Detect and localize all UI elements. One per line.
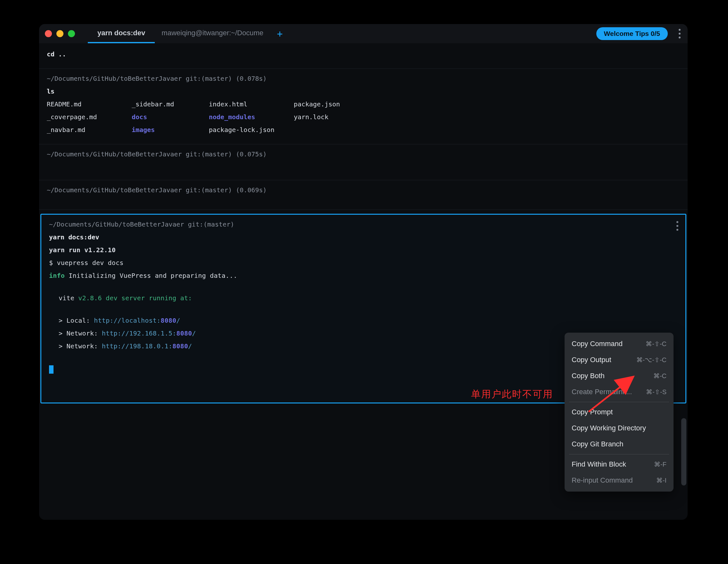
zoom-icon[interactable] xyxy=(68,30,75,37)
server-url[interactable]: > Local: http://localhost:8080/ xyxy=(49,314,678,327)
prompt: ~/Documents/GitHub/toBeBetterJavaer git:… xyxy=(47,72,680,85)
prompt: ~/Documents/GitHub/toBeBetterJavaer git:… xyxy=(47,148,680,161)
command-text: ls xyxy=(47,85,680,98)
menu-item-shortcut: ⌘-F xyxy=(654,460,666,468)
menu-item-label: Copy Output xyxy=(572,356,611,364)
tab-active[interactable]: yarn docs:dev xyxy=(88,24,155,43)
output-line: $ vuepress dev docs xyxy=(49,256,678,269)
minimize-icon[interactable] xyxy=(56,30,63,37)
output-line: vite v2.8.6 dev server running at: xyxy=(49,292,678,304)
menu-item[interactable]: Copy Command⌘-⇧-C xyxy=(565,336,674,352)
overflow-menu-icon[interactable] xyxy=(676,29,683,38)
command-text: cd .. xyxy=(47,48,680,61)
scrollbar-thumb[interactable] xyxy=(681,418,686,485)
menu-item[interactable]: Copy Git Branch xyxy=(565,436,674,452)
tab-inactive[interactable]: maweiqing@itwanger:~/Docume xyxy=(155,24,270,43)
menu-item[interactable]: Find Within Block⌘-F xyxy=(565,456,674,472)
cursor xyxy=(49,365,54,374)
menu-item[interactable]: Copy Output⌘-⌥-⇧-C xyxy=(565,352,674,368)
close-icon[interactable] xyxy=(45,30,52,37)
new-tab-button[interactable]: + xyxy=(273,27,286,40)
terminal-block[interactable]: ~/Documents/GitHub/toBeBetterJavaer git:… xyxy=(39,180,688,210)
menu-item[interactable]: Create Permalink...⌘-⇧-S xyxy=(565,384,674,400)
menu-item-shortcut: ⌘-C xyxy=(653,372,666,380)
context-menu: Copy Command⌘-⇧-CCopy Output⌘-⌥-⇧-CCopy … xyxy=(565,333,674,492)
output-line: yarn run v1.22.10 xyxy=(49,244,678,256)
menu-item-shortcut: ⌘-⇧-C xyxy=(646,340,666,348)
window-controls xyxy=(44,30,78,37)
command-text: yarn docs:dev xyxy=(49,231,678,244)
menu-item-label: Re-input Command xyxy=(572,476,633,485)
menu-item-label: Copy Both xyxy=(572,372,605,380)
menu-item[interactable]: Re-input Command⌘-I xyxy=(565,472,674,488)
ls-output: README.md _sidebar.md index.html package… xyxy=(47,98,680,136)
welcome-tips-pill[interactable]: Welcome Tips 0/5 xyxy=(596,27,668,40)
menu-item[interactable]: Copy Prompt xyxy=(565,404,674,420)
menu-item-label: Create Permalink... xyxy=(572,388,632,396)
menu-item[interactable]: Copy Both⌘-C xyxy=(565,368,674,384)
terminal-block[interactable]: ~/Documents/GitHub/toBeBetterJavaer git:… xyxy=(39,145,688,180)
menu-item-label: Copy Working Directory xyxy=(572,424,646,432)
terminal-block[interactable]: cd .. xyxy=(39,45,688,69)
menu-item-shortcut: ⌘-⇧-S xyxy=(646,388,666,396)
menu-divider xyxy=(569,402,669,402)
app-window: yarn docs:dev maweiqing@itwanger:~/Docum… xyxy=(39,24,688,520)
output-line: info Initializing VuePress and preparing… xyxy=(49,269,678,282)
menu-item-label: Copy Command xyxy=(572,340,623,348)
menu-item-label: Copy Prompt xyxy=(572,408,613,416)
titlebar: yarn docs:dev maweiqing@itwanger:~/Docum… xyxy=(39,24,688,43)
menu-divider xyxy=(569,454,669,454)
block-menu-icon[interactable] xyxy=(676,221,678,231)
menu-item[interactable]: Copy Working Directory xyxy=(565,420,674,436)
menu-item-shortcut: ⌘-⌥-⇧-C xyxy=(636,356,666,364)
prompt: ~/Documents/GitHub/toBeBetterJavaer git:… xyxy=(47,184,680,196)
menu-item-label: Copy Git Branch xyxy=(572,440,623,448)
menu-item-label: Find Within Block xyxy=(572,460,626,469)
menu-item-shortcut: ⌘-I xyxy=(656,477,666,484)
tab-bar: yarn docs:dev maweiqing@itwanger:~/Docum… xyxy=(88,24,286,43)
prompt: ~/Documents/GitHub/toBeBetterJavaer git:… xyxy=(49,218,678,231)
terminal-block[interactable]: ~/Documents/GitHub/toBeBetterJavaer git:… xyxy=(39,69,688,145)
